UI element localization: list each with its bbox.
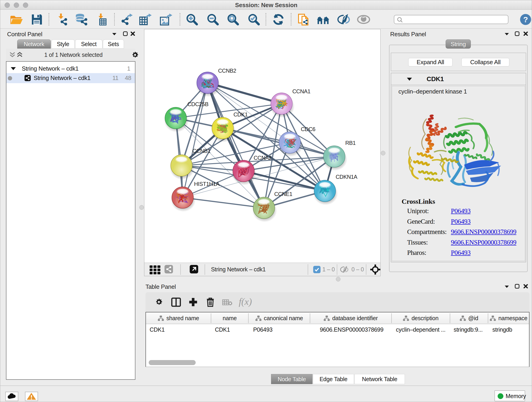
- svg-text:CCNA1: CCNA1: [292, 88, 310, 95]
- svg-text:CCNB2: CCNB2: [218, 68, 236, 74]
- svg-text:CDC25B: CDC25B: [187, 101, 209, 107]
- svg-text:CDKN1A: CDKN1A: [336, 174, 357, 180]
- svg-text:CCNE1: CCNE1: [274, 191, 292, 197]
- svg-text:?: ?: [523, 15, 528, 24]
- svg-text:CDK1: CDK1: [234, 111, 248, 118]
- svg-text:CDC6: CDC6: [301, 126, 315, 132]
- svg-text:HIST1H1A: HIST1H1A: [194, 181, 220, 187]
- svg-text:CCNA2: CCNA2: [254, 155, 272, 161]
- svg-text:RB1: RB1: [345, 140, 355, 146]
- svg-text:CCNB1: CCNB1: [192, 148, 210, 154]
